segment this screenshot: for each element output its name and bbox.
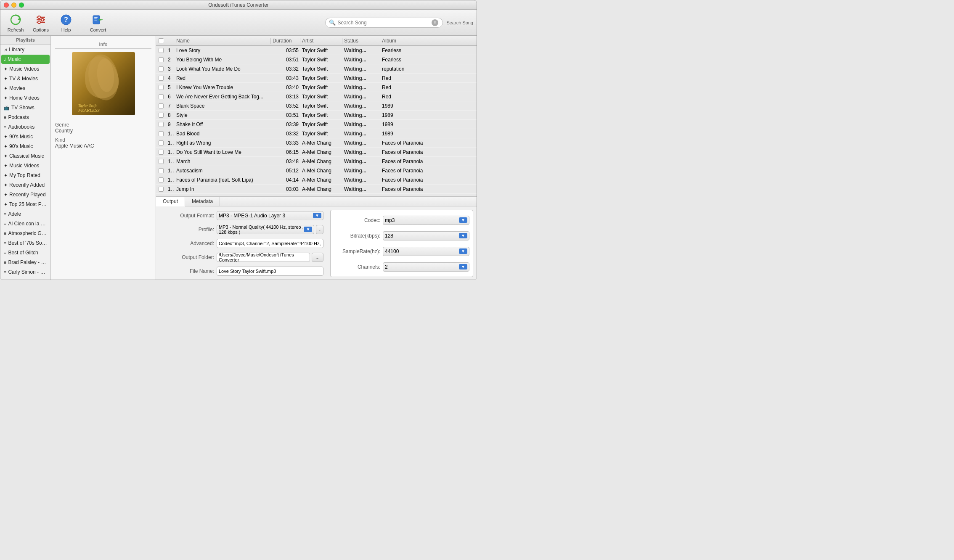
- refresh-button[interactable]: Refresh: [4, 11, 27, 34]
- sidebar-item-music-videos-2[interactable]: ✦Music Videos: [1, 161, 50, 170]
- samplerate-select[interactable]: 44100 ▼: [383, 247, 469, 256]
- table-row[interactable]: 1 Love Story 03:55 Taylor Swift Waiting.…: [156, 46, 477, 55]
- row-check-cell[interactable]: [156, 85, 166, 90]
- table-row[interactable]: 13 March 03:48 A-Mei Chang Waiting... Fa…: [156, 157, 477, 166]
- sidebar-item-carly-simon[interactable]: ≡Carly Simon - Chimes of...: [1, 267, 50, 277]
- minimize-button[interactable]: [11, 3, 16, 8]
- sidebar-item-movies[interactable]: ✦Movies: [1, 84, 50, 93]
- row-checkbox-10[interactable]: [159, 140, 164, 145]
- sidebar-item-home-videos[interactable]: ✦Home Videos: [1, 93, 50, 103]
- row-checkbox-12[interactable]: [159, 159, 164, 164]
- sidebar-item-music-videos[interactable]: ✦Music Videos: [1, 64, 50, 74]
- sidebar-item-recently-played[interactable]: ✦Recently Played: [1, 190, 50, 199]
- table-row[interactable]: 14 Autosadism 05:12 A-Mei Chang Waiting.…: [156, 166, 477, 175]
- table-row[interactable]: 15 Faces of Paranoia (feat. Soft Lipa) 0…: [156, 175, 477, 185]
- sidebar-item-90s-music-2[interactable]: ✦90's Music: [1, 142, 50, 151]
- row-check-cell[interactable]: [156, 113, 166, 118]
- output-format-select[interactable]: MP3 - MPEG-1 Audio Layer 3 ▼: [217, 211, 323, 220]
- row-check-cell[interactable]: [156, 177, 166, 182]
- row-checkbox-5[interactable]: [159, 94, 164, 99]
- table-row[interactable]: 3 Look What You Made Me Do 03:32 Taylor …: [156, 64, 477, 74]
- sidebar-item-90s-music-1[interactable]: ✦90's Music: [1, 132, 50, 141]
- row-checkbox-7[interactable]: [159, 113, 164, 118]
- help-button[interactable]: ? Help: [54, 11, 78, 34]
- row-checkbox-0[interactable]: [159, 48, 164, 53]
- maximize-button[interactable]: [19, 3, 24, 8]
- table-row[interactable]: 11 Right as Wrong 03:33 A-Mei Chang Wait…: [156, 138, 477, 148]
- row-checkbox-11[interactable]: [159, 150, 164, 155]
- row-checkbox-2[interactable]: [159, 66, 164, 71]
- table-row[interactable]: 2 You Belong With Me 03:51 Taylor Swift …: [156, 55, 477, 64]
- row-checkbox-8[interactable]: [159, 122, 164, 127]
- options-button[interactable]: Options: [29, 11, 53, 34]
- table-row[interactable]: 4 Red 03:43 Taylor Swift Waiting... Red: [156, 74, 477, 83]
- row-check-cell[interactable]: [156, 122, 166, 127]
- sidebar-item-library[interactable]: ♬Library: [1, 45, 50, 54]
- bitrate-select[interactable]: 128 ▼: [383, 231, 469, 240]
- file-name-input[interactable]: Love Story Taylor Swift.mp3: [217, 267, 323, 276]
- sidebar-item-tv-shows[interactable]: 📺TV Shows: [1, 103, 50, 112]
- row-check-cell[interactable]: [156, 94, 166, 99]
- advanced-input[interactable]: Codec=mp3, Channel=2, SampleRate=44100 H…: [217, 239, 323, 248]
- sidebar-item-music[interactable]: ♩Music: [1, 55, 50, 64]
- sidebar-item-best-glitch[interactable]: ≡Best of Glitch: [1, 248, 50, 257]
- sidebar-item-my-top-rated[interactable]: ✦My Top Rated: [1, 171, 50, 180]
- sidebar-item-podcasts[interactable]: ≡Podcasts: [1, 113, 50, 122]
- table-row[interactable]: 12 Do You Still Want to Love Me 06:15 A-…: [156, 148, 477, 157]
- row-checkbox-1[interactable]: [159, 57, 164, 62]
- check-all-cell[interactable]: [156, 38, 166, 43]
- codec-select[interactable]: mp3 ▼: [383, 216, 469, 225]
- table-row[interactable]: 6 We Are Never Ever Getting Back Tog... …: [156, 92, 477, 101]
- table-row[interactable]: 16 Jump In 03:03 A-Mei Chang Waiting... …: [156, 185, 477, 194]
- table-row[interactable]: 7 Blank Space 03:52 Taylor Swift Waiting…: [156, 101, 477, 111]
- sidebar-item-recently-added[interactable]: ✦Recently Added: [1, 180, 50, 190]
- close-button[interactable]: [4, 3, 9, 8]
- sidebar-item-classical[interactable]: ✦Classical Music: [1, 151, 50, 161]
- row-check-cell[interactable]: [156, 66, 166, 71]
- sidebar-item-brad-paisley[interactable]: ≡Brad Paisley - Love and Wa...: [1, 258, 50, 267]
- sidebar-item-best-70s[interactable]: ≡Best of '70s Soft Rock: [1, 238, 50, 248]
- row-check-cell[interactable]: [156, 159, 166, 164]
- table-row[interactable]: 8 Style 03:51 Taylor Swift Waiting... 19…: [156, 111, 477, 120]
- svg-point-5: [41, 18, 44, 21]
- row-check-cell[interactable]: [156, 187, 166, 192]
- table-row[interactable]: 5 I Knew You Were Trouble 03:40 Taylor S…: [156, 83, 477, 92]
- song-list-body[interactable]: 1 Love Story 03:55 Taylor Swift Waiting.…: [156, 46, 477, 196]
- sidebar-item-audiobooks[interactable]: ≡Audiobooks: [1, 122, 50, 132]
- search-input[interactable]: [337, 20, 430, 26]
- search-clear-button[interactable]: ✕: [432, 19, 438, 26]
- row-check-cell[interactable]: [156, 103, 166, 108]
- row-checkbox-13[interactable]: [159, 168, 164, 173]
- row-checkbox-15[interactable]: [159, 187, 164, 192]
- sidebar-item-tv-movies[interactable]: ✦TV & Movies: [1, 74, 50, 83]
- row-check-cell[interactable]: [156, 48, 166, 53]
- row-checkbox-6[interactable]: [159, 103, 164, 108]
- row-checkbox-9[interactable]: [159, 131, 164, 136]
- table-row[interactable]: 10 Bad Blood 03:32 Taylor Swift Waiting.…: [156, 129, 477, 138]
- sidebar-item-top-25[interactable]: ✦Top 25 Most Played: [1, 200, 50, 209]
- sidebar-item-al-cien[interactable]: ≡Al Cien con la Banda 💯: [1, 219, 50, 228]
- output-folder-input[interactable]: /Users/Joyce/Music/Ondesoft iTunes Conve…: [217, 253, 310, 262]
- row-checkbox-4[interactable]: [159, 85, 164, 90]
- channels-select[interactable]: 2 ▼: [383, 262, 469, 272]
- table-row[interactable]: 9 Shake It Off 03:39 Taylor Swift Waitin…: [156, 120, 477, 129]
- sidebar-item-atmospheric[interactable]: ≡Atmospheric Glitch: [1, 229, 50, 238]
- search-bar[interactable]: 🔍 ✕: [325, 18, 443, 28]
- row-checkbox-14[interactable]: [159, 177, 164, 182]
- row-check-cell[interactable]: [156, 57, 166, 62]
- row-check-cell[interactable]: [156, 131, 166, 136]
- row-check-cell[interactable]: [156, 76, 166, 81]
- tab-output[interactable]: Output: [156, 197, 185, 206]
- profile-minus-button[interactable]: -: [316, 225, 323, 234]
- window-controls[interactable]: [4, 3, 24, 8]
- profile-select[interactable]: MP3 - Normal Quality( 44100 Hz, stereo ,…: [217, 225, 314, 234]
- check-all-checkbox[interactable]: [159, 38, 164, 43]
- tab-metadata[interactable]: Metadata: [185, 197, 220, 206]
- row-checkbox-3[interactable]: [159, 76, 164, 81]
- convert-button[interactable]: Convert: [86, 11, 110, 34]
- row-check-cell[interactable]: [156, 168, 166, 173]
- row-check-cell[interactable]: [156, 140, 166, 145]
- sidebar-item-adele[interactable]: ≡Adele: [1, 209, 50, 219]
- row-check-cell[interactable]: [156, 150, 166, 155]
- browse-button[interactable]: ...: [312, 253, 323, 262]
